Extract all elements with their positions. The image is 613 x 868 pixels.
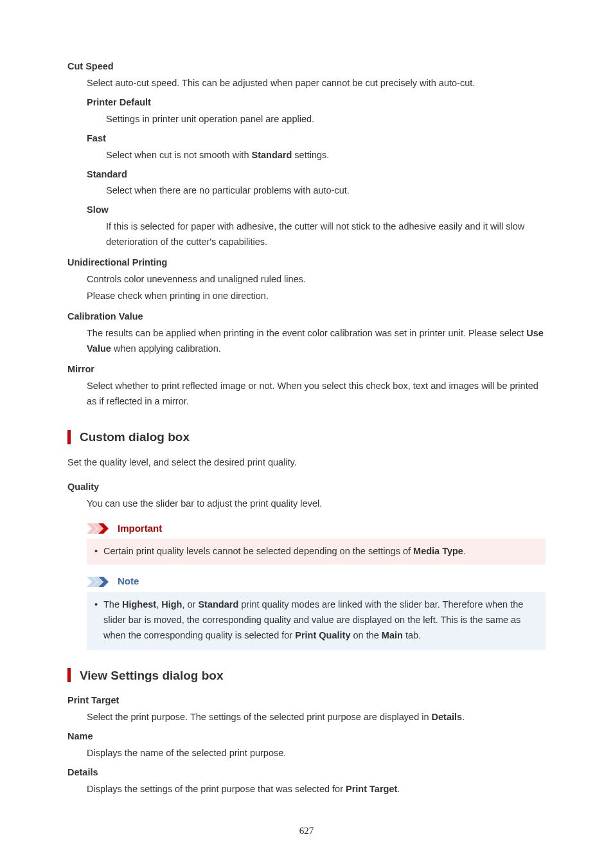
note-pre: The: [103, 599, 122, 610]
desc-print-target: Select the print purpose. The settings o…: [87, 710, 546, 725]
imp-b1-before: Certain print quality levels cannot be s…: [103, 546, 413, 556]
pt-after: .: [462, 712, 465, 722]
term-quality: Quality: [67, 480, 546, 495]
subterm-standard: Standard: [87, 167, 546, 183]
subdesc-fast: Select when cut is not smooth with Stand…: [106, 148, 546, 163]
heading-custom-title: Custom dialog box: [80, 427, 190, 447]
page-number: 627: [0, 823, 613, 839]
callout-important-title: Important: [118, 521, 162, 537]
uni-line1: Controls color unevenness and unaligned …: [87, 272, 546, 287]
callout-note: Note The Highest, High, or Standard prin…: [87, 571, 546, 650]
subdesc-standard: Select when there are no particular prob…: [106, 183, 546, 199]
imp-b1-after: .: [463, 546, 466, 556]
note-tail: tab.: [403, 630, 421, 640]
pt-before: Select the print purpose. The settings o…: [87, 712, 432, 722]
details-before: Displays the settings of the print purpo…: [87, 784, 346, 794]
calib-after: when applying calibration.: [111, 343, 221, 354]
term-cut-speed: Cut Speed: [67, 59, 546, 75]
callout-note-title: Note: [118, 574, 139, 590]
note-w1: Highest: [122, 599, 156, 610]
note-on: on the: [350, 630, 381, 640]
callout-important-head: Important: [87, 518, 546, 539]
text-fast-before: Select when cut is not smooth with: [106, 150, 251, 160]
note-c2: , or: [182, 599, 198, 610]
subdesc-slow: If this is selected for paper with adhes…: [106, 219, 546, 250]
note-w4: Print Quality: [295, 630, 350, 640]
desc-quality: You can use the slider bar to adjust the…: [87, 496, 546, 512]
heading-bar-icon: [67, 668, 71, 682]
desc-calibration: The results can be applied when printing…: [87, 326, 546, 357]
desc-details: Displays the settings of the print purpo…: [87, 782, 546, 797]
term-calibration: Calibration Value: [67, 309, 546, 325]
calib-before: The results can be applied when printing…: [87, 328, 526, 338]
subterm-fast: Fast: [87, 131, 546, 147]
imp-b1-bold: Media Type: [413, 546, 463, 556]
desc-cut-speed: Select auto-cut speed. This can be adjus…: [87, 76, 546, 91]
note-w3: Standard: [198, 599, 238, 610]
important-bullet-1: Certain print quality levels cannot be s…: [94, 544, 538, 559]
callout-important: Important Certain print quality levels c…: [87, 518, 546, 565]
uni-line2: Please check when printing in one direct…: [87, 289, 546, 304]
text-fast-after: settings.: [292, 150, 329, 160]
custom-lead: Set the quality level, and select the de…: [67, 455, 546, 471]
note-w2: High: [161, 599, 182, 610]
term-details: Details: [67, 765, 546, 781]
term-print-target: Print Target: [67, 693, 546, 709]
chevrons-icon: [87, 523, 114, 534]
desc-mirror: Select whether to print reflected image …: [87, 379, 546, 410]
subdesc-printer-default: Settings in printer unit operation panel…: [106, 112, 546, 127]
term-name: Name: [67, 729, 546, 745]
desc-name: Displays the name of the selected print …: [87, 746, 546, 761]
heading-bar-icon: [67, 430, 71, 444]
subterm-printer-default: Printer Default: [87, 95, 546, 111]
pt-bold: Details: [432, 712, 463, 722]
heading-custom-dialog: Custom dialog box: [67, 427, 546, 447]
heading-view-title: View Settings dialog box: [80, 665, 223, 685]
callout-important-body: Certain print quality levels cannot be s…: [87, 539, 546, 565]
heading-view-settings: View Settings dialog box: [67, 665, 546, 685]
subterm-slow: Slow: [87, 203, 546, 218]
callout-note-body: The Highest, High, or Standard print qua…: [87, 592, 546, 650]
details-after: .: [397, 784, 400, 794]
desc-unidirectional: Controls color unevenness and unaligned …: [87, 272, 546, 304]
callout-note-head: Note: [87, 571, 546, 592]
chevrons-icon: [87, 577, 114, 587]
text-fast-bold: Standard: [251, 150, 292, 160]
term-mirror: Mirror: [67, 362, 546, 377]
term-unidirectional: Unidirectional Printing: [67, 255, 546, 271]
note-w5: Main: [382, 630, 403, 640]
note-bullet-1: The Highest, High, or Standard print qua…: [94, 597, 538, 644]
details-bold: Print Target: [346, 784, 397, 794]
